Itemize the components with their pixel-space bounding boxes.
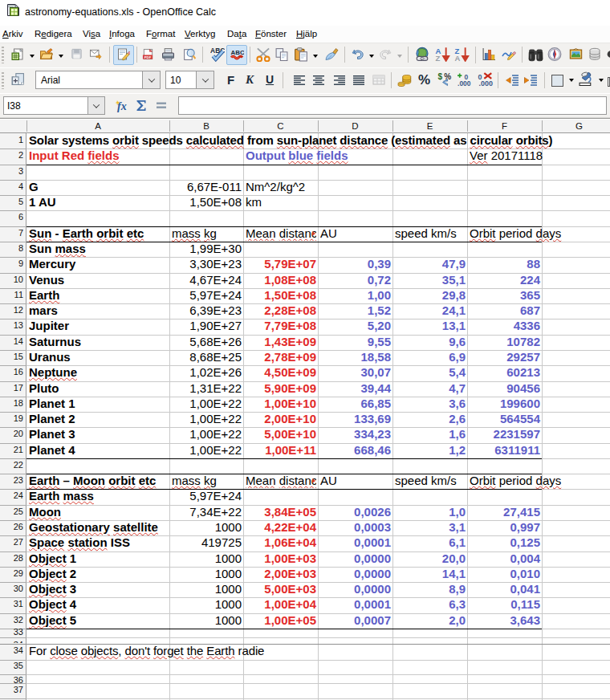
svg-text:.000: .000: [479, 79, 493, 88]
svg-text:A: A: [455, 54, 461, 62]
svg-text:$: $: [438, 72, 443, 81]
svg-text:ABC: ABC: [231, 49, 244, 56]
svg-text:PDF: PDF: [144, 55, 152, 59]
svg-text:Z: Z: [436, 54, 441, 62]
svg-text:.000: .000: [458, 79, 471, 88]
